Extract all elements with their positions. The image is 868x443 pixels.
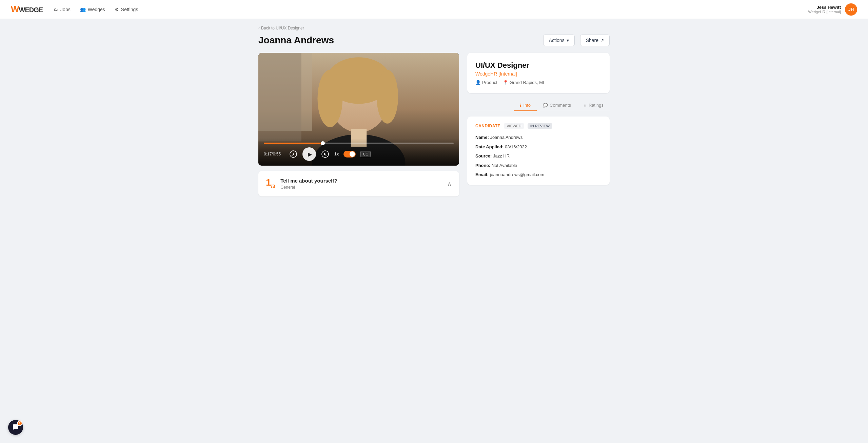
logo[interactable]: WWEDGE (11, 4, 43, 15)
date-label: Date Applied: (475, 144, 504, 149)
users-icon: 👥 (80, 7, 86, 12)
breadcrumb-link[interactable]: Back to UI/UX Designer (261, 26, 304, 30)
question-text: Tell me about yourself? (280, 178, 337, 184)
navbar: WWEDGE 🗂 Jobs 👥 Wedges ⚙ Settings (0, 0, 868, 19)
candidate-label: CANDIDATE (475, 124, 500, 128)
left-column: 0:17/0:55 10 ▶ (258, 53, 459, 196)
notification-badge: 1 (17, 421, 22, 426)
nav-item-jobs[interactable]: 🗂 Jobs (54, 7, 71, 12)
rewind-button[interactable]: 10 (289, 150, 298, 159)
briefcase-icon: 🗂 (54, 7, 58, 12)
job-location: 📍 Grand Rapids, MI (503, 80, 544, 85)
question-total: /3 (271, 184, 275, 189)
comment-icon: 💬 (543, 103, 548, 108)
candidate-name-row: Name: Joanna Andrews (475, 134, 601, 141)
rewind-icon: 10 (290, 150, 297, 158)
controls-row: 0:17/0:55 10 ▶ (264, 147, 454, 161)
svg-point-6 (377, 70, 398, 124)
svg-text:10: 10 (291, 154, 293, 156)
candidate-date-row: Date Applied: 03/16/2022 (475, 144, 601, 150)
chevron-left-icon: ‹ (258, 26, 260, 30)
avatar[interactable]: JH (845, 3, 857, 16)
source-label: Source: (475, 153, 492, 159)
share-button[interactable]: Share ↗ (580, 35, 610, 46)
svg-text:10: 10 (325, 154, 327, 156)
play-button[interactable]: ▶ (302, 147, 316, 161)
gear-icon: ⚙ (115, 7, 119, 12)
candidate-header: CANDIDATE VIEWED IN REVIEW (475, 123, 601, 129)
candidate-phone-row: Phone: Not Available (475, 162, 601, 169)
name-label: Name: (475, 135, 489, 140)
audio-toggle[interactable] (343, 151, 356, 157)
forward-button[interactable]: 10 (321, 150, 330, 159)
share-label: Share (586, 38, 598, 43)
email-label: Email: (475, 172, 489, 177)
tab-ratings[interactable]: ☆ Ratings (577, 100, 610, 111)
captions-button[interactable]: CC (360, 151, 371, 157)
phone-label: Phone: (475, 163, 490, 168)
navbar-left: WWEDGE 🗂 Jobs 👥 Wedges ⚙ Settings (11, 4, 138, 15)
job-card: UI/UX Designer WedgeHR [Internal] 👤 Prod… (467, 53, 610, 93)
question-number: 1/3 (266, 178, 275, 189)
email-value: joannaandrews@gmail.com (490, 172, 545, 177)
right-column: UI/UX Designer WedgeHR [Internal] 👤 Prod… (467, 53, 610, 185)
candidate-source-row: Source: Jazz HR (475, 153, 601, 160)
name-value: Joanna Andrews (490, 135, 522, 140)
location-icon: 📍 (503, 80, 508, 85)
source-value: Jazz HR (493, 153, 510, 159)
tabs-container: ℹ Info 💬 Comments ☆ Ratings (467, 100, 610, 111)
actions-label: Actions (549, 38, 565, 43)
nav-item-settings[interactable]: ⚙ Settings (115, 7, 138, 12)
play-icon: ▶ (308, 151, 312, 157)
toggle-knob (350, 151, 355, 157)
tab-comments[interactable]: 💬 Comments (537, 100, 577, 111)
svg-point-5 (317, 70, 342, 127)
progress-knob (321, 141, 325, 145)
date-value: 03/16/2022 (505, 144, 527, 149)
user-info: Jess Hewitt WedgeHR [Internal] (808, 5, 841, 14)
status-badge-viewed: VIEWED (504, 123, 524, 129)
chevron-down-icon: ▾ (567, 38, 569, 43)
nav-item-wedges[interactable]: 👥 Wedges (80, 7, 105, 12)
speed-control[interactable]: 1x (334, 152, 339, 156)
star-icon: ☆ (583, 103, 587, 108)
question-details: Tell me about yourself? General (280, 178, 337, 190)
nav-links: 🗂 Jobs 👥 Wedges ⚙ Settings (54, 7, 138, 12)
chat-bubble[interactable]: 1 (8, 420, 23, 435)
share-icon: ↗ (600, 38, 604, 43)
progress-bar[interactable] (264, 143, 454, 144)
forward-icon: 10 (321, 150, 329, 158)
content-grid: 0:17/0:55 10 ▶ (258, 53, 610, 196)
person-icon: 👤 (475, 80, 481, 85)
progress-fill (264, 143, 323, 144)
breadcrumb: ‹ Back to UI/UX Designer (258, 26, 610, 30)
candidate-card: CANDIDATE VIEWED IN REVIEW Name: Joanna … (467, 117, 610, 185)
main-content: ‹ Back to UI/UX Designer Joanna Andrews … (248, 19, 620, 210)
question-category: General (280, 185, 337, 190)
job-title: UI/UX Designer (475, 61, 601, 70)
header-actions: Actions ▾ Share ↗ (543, 35, 610, 46)
job-org: WedgeHR [Internal] (475, 71, 601, 77)
chevron-up-icon: ∧ (447, 181, 452, 187)
video-player: 0:17/0:55 10 ▶ (258, 53, 459, 166)
job-department: 👤 Product (475, 80, 497, 85)
candidate-email-row: Email: joannaandrews@gmail.com (475, 171, 601, 178)
page-header: Joanna Andrews Actions ▾ Share ↗ (258, 35, 610, 46)
svg-rect-2 (258, 53, 301, 142)
phone-value: Not Available (492, 163, 517, 168)
question-card: 1/3 Tell me about yourself? General ∧ (258, 171, 459, 196)
video-controls: 0:17/0:55 10 ▶ (258, 139, 459, 166)
info-icon: ℹ (520, 103, 521, 108)
user-name: Jess Hewitt (808, 5, 841, 10)
user-org: WedgeHR [Internal] (808, 10, 841, 14)
question-left: 1/3 Tell me about yourself? General (266, 178, 337, 190)
time-display: 0:17/0:55 (264, 152, 284, 156)
tab-info[interactable]: ℹ Info (514, 100, 537, 111)
page-title: Joanna Andrews (258, 35, 334, 46)
job-meta: 👤 Product 📍 Grand Rapids, MI (475, 80, 601, 85)
status-badge-review: IN REVIEW (528, 123, 552, 129)
navbar-right: Jess Hewitt WedgeHR [Internal] JH (808, 3, 857, 16)
expand-button[interactable]: ∧ (447, 180, 452, 188)
actions-button[interactable]: Actions ▾ (543, 35, 575, 46)
